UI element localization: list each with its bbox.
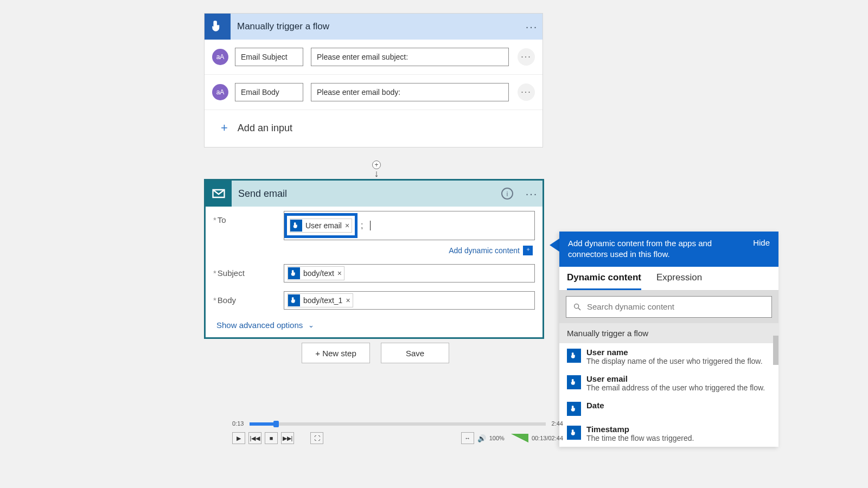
token-source-icon [288, 294, 300, 306]
repeat-button[interactable]: ↔ [461, 432, 474, 444]
fullscreen-button[interactable]: ⛶ [310, 432, 323, 444]
input-row-menu[interactable]: ··· [518, 84, 535, 101]
body-field-row: *Body body/text_1 × [206, 287, 542, 314]
subject-input[interactable]: body/text × [284, 264, 535, 282]
token-remove-icon[interactable]: × [346, 296, 350, 305]
dynamic-item[interactable]: Timestamp The time the flow was triggere… [559, 420, 778, 447]
to-label: *To [213, 211, 284, 224]
dynamic-token[interactable]: User email × [290, 219, 352, 233]
show-advanced-options[interactable]: Show advanced options ⌄ [206, 314, 542, 337]
dynamic-item-desc: The display name of the user who trigger… [586, 357, 763, 365]
dynamic-item[interactable]: User name The display name of the user w… [559, 343, 778, 370]
add-input-button[interactable]: + Add an input [205, 110, 542, 147]
body-label: *Body [213, 291, 284, 305]
to-field-row: *To User email × ; [206, 207, 542, 245]
dynamic-section-header: Manually trigger a flow [559, 323, 778, 343]
send-email-card: Send email i ··· *To User email × ; Add … [204, 179, 544, 339]
dynamic-item-title: Timestamp [586, 425, 694, 434]
trigger-input-row: aA ··· [205, 75, 542, 110]
dynamic-content-header-text: Add dynamic content from the apps and co… [568, 238, 746, 260]
dynamic-search-input[interactable] [587, 302, 765, 311]
input-prompt-field[interactable] [311, 83, 509, 101]
play-button[interactable]: ▶ [232, 432, 245, 444]
info-icon[interactable]: i [501, 188, 513, 200]
dynamic-content-header: Add dynamic content from the apps and co… [559, 232, 778, 267]
send-email-header[interactable]: Send email i ··· [206, 181, 542, 207]
token-label: User email [305, 221, 342, 230]
seek-handle[interactable] [273, 421, 279, 427]
panel-scrollbar[interactable] [773, 333, 778, 480]
stop-button[interactable]: ■ [265, 432, 278, 444]
tab-dynamic-content[interactable]: Dynamic content [567, 272, 641, 290]
plus-icon: + [221, 121, 228, 135]
volume-slider[interactable] [511, 434, 528, 442]
dynamic-search[interactable] [566, 296, 772, 318]
subject-label: *Subject [213, 264, 284, 278]
time-counter: 00:13/02:44 [532, 435, 563, 441]
time-elapsed: 0:13 [232, 420, 244, 427]
trigger-header[interactable]: Manually trigger a flow ··· [205, 14, 542, 40]
new-step-button[interactable]: + New step [302, 343, 370, 363]
body-input[interactable]: body/text_1 × [284, 291, 535, 310]
input-name-field[interactable] [235, 48, 303, 66]
send-email-title: Send email [232, 188, 501, 200]
dynamic-item-title: User email [586, 374, 765, 383]
token-source-icon [290, 220, 302, 232]
input-prompt-field[interactable] [311, 48, 509, 66]
add-input-label: Add an input [238, 123, 292, 134]
next-button[interactable]: ▶▶| [281, 432, 294, 444]
dynamic-item-title: Date [586, 401, 604, 410]
token-remove-icon[interactable]: × [337, 269, 342, 278]
dynamic-items-list: User name The display name of the user w… [559, 343, 778, 447]
token-source-icon [567, 349, 581, 363]
to-token-highlight: User email × [284, 213, 358, 238]
dynamic-item[interactable]: Date [559, 396, 778, 420]
connector: + ↓ [372, 160, 381, 180]
svg-point-0 [575, 304, 579, 308]
search-icon [573, 303, 582, 311]
bottom-buttons: + New step Save [302, 343, 449, 363]
time-total: 2:44 [552, 420, 563, 427]
token-label: body/text [303, 269, 334, 278]
dynamic-content-tabs: Dynamic content Expression [559, 267, 778, 291]
token-remove-icon[interactable]: × [345, 221, 349, 230]
text-type-icon: aA [212, 84, 228, 100]
hide-panel-button[interactable]: Hide [746, 238, 770, 260]
mute-icon[interactable]: 🔊 [477, 434, 486, 442]
token-label: body/text_1 [303, 296, 342, 305]
token-source-icon [567, 402, 581, 416]
dynamic-item-desc: The email address of the user who trigge… [586, 383, 765, 392]
prev-button[interactable]: |◀◀ [248, 432, 261, 444]
dynamic-content-panel: Add dynamic content from the apps and co… [559, 232, 778, 447]
trigger-title: Manually trigger a flow [231, 21, 521, 32]
text-type-icon: aA [212, 49, 228, 65]
input-name-field[interactable] [235, 83, 303, 101]
add-dynamic-content-link[interactable]: Add dynamic content ⁺ [206, 245, 542, 260]
trigger-card: Manually trigger a flow ··· aA ··· aA ··… [204, 13, 543, 147]
input-row-menu[interactable]: ··· [518, 48, 535, 66]
dynamic-search-wrap [559, 291, 778, 323]
dynamic-item[interactable]: User email The email address of the user… [559, 370, 778, 396]
to-input[interactable]: User email × ; [284, 211, 535, 240]
token-source-icon [567, 375, 581, 389]
dynamic-token[interactable]: body/text × [288, 266, 344, 280]
text-cursor [370, 221, 371, 230]
mail-icon [206, 181, 232, 207]
zoom-level: 100% [489, 435, 505, 441]
dynamic-token[interactable]: body/text_1 × [288, 293, 353, 307]
save-button[interactable]: Save [381, 343, 449, 363]
subject-field-row: *Subject body/text × [206, 260, 542, 287]
svg-line-1 [578, 308, 580, 310]
seek-bar[interactable] [250, 422, 546, 426]
video-player: 0:13 2:44 ▶ |◀◀ ■ ▶▶| ⛶ ↔ 🔊 100% 00:13/0… [232, 422, 563, 444]
dynamic-item-title: User name [586, 348, 763, 357]
dynamic-content-toggle-icon: ⁺ [523, 246, 533, 255]
trigger-more-button[interactable]: ··· [521, 21, 542, 33]
manual-trigger-icon [205, 14, 231, 40]
token-source-icon [567, 426, 581, 440]
tab-expression[interactable]: Expression [656, 272, 702, 290]
trigger-input-row: aA ··· [205, 40, 542, 75]
token-source-icon [288, 267, 300, 279]
send-more-button[interactable]: ··· [521, 188, 542, 200]
arrow-down-icon: ↓ [372, 168, 381, 179]
